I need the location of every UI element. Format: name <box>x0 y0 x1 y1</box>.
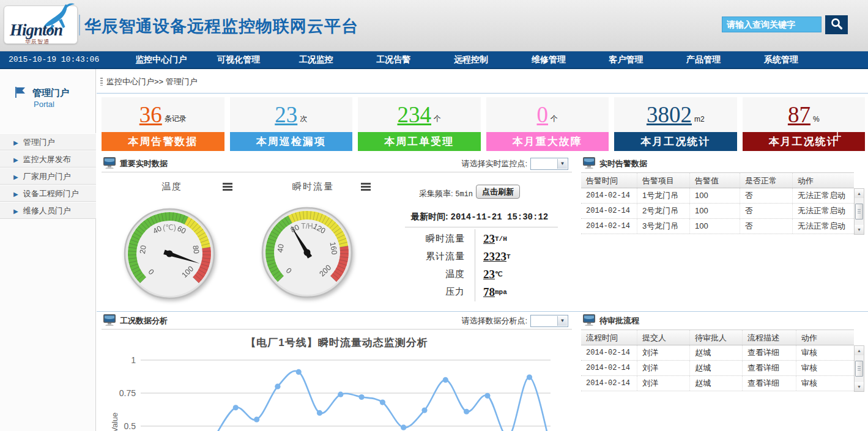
stat-value: 234 <box>398 103 432 126</box>
column-header: 提交人 <box>637 330 690 345</box>
stat-value: 87 <box>788 103 811 126</box>
stat-unit: 个 <box>551 114 558 124</box>
logo[interactable]: Hignton 华辰智通 <box>4 6 78 44</box>
reading-row: 压力78mpa <box>389 283 560 301</box>
scroll-down-icon[interactable]: ▼ <box>855 225 864 234</box>
search-input[interactable] <box>722 17 822 32</box>
alarm-table-scrollbar[interactable]: ▲ ▼ <box>854 188 864 235</box>
stat-card[interactable]: 0个本月重大故障 <box>486 97 609 151</box>
column-header: 流程描述 <box>743 330 796 345</box>
svg-text:Value: Value <box>110 413 119 431</box>
svg-text:0.75: 0.75 <box>119 388 136 398</box>
nav-item[interactable]: 监控中心门户 <box>122 51 200 68</box>
column-header: 告警项目 <box>637 173 690 188</box>
search-icon <box>829 17 844 31</box>
chevron-right-icon: ▶ <box>13 191 18 197</box>
svg-text:1: 1 <box>131 355 136 365</box>
nav-item[interactable]: 远程控制 <box>432 51 510 68</box>
stat-card[interactable]: 234个本周工单受理 <box>358 97 481 151</box>
table-row: 2014-02-142号龙门吊100否无法正常启动 <box>581 204 854 219</box>
table-cell: 无法正常启动 <box>793 219 854 234</box>
chevron-right-icon: ▶ <box>13 139 18 146</box>
main-nav: 2015-10-19 10:43:06 监控中心门户可视化管理工况监控工况告警远… <box>0 51 868 69</box>
column-header: 动作 <box>793 173 854 188</box>
temperature-gauge: 020406080100(℃) <box>124 208 215 300</box>
stat-card[interactable]: 87%本月工况统计 <box>743 97 866 151</box>
analysis-point-select[interactable]: ▼ <box>530 315 568 327</box>
svg-text:80: 80 <box>191 245 201 254</box>
table-cell: 否 <box>740 204 793 218</box>
table-cell: 赵城 <box>690 361 743 375</box>
chevron-down-icon: ▼ <box>557 316 567 326</box>
stat-card[interactable]: 3802m2本月工况统计 <box>614 97 737 151</box>
table-cell: 查看详细 <box>743 361 796 375</box>
page-header: Hignton 华辰智通 华辰智通设备远程监控物联网云平台 <box>0 0 868 51</box>
nav-item[interactable]: 可视化管理 <box>200 51 278 68</box>
flow-line-chart: 10.750.5Value <box>102 349 572 431</box>
chevron-right-icon: ▶ <box>13 208 18 215</box>
table-cell: 无法正常启动 <box>793 204 854 218</box>
column-header: 是否正常 <box>740 173 793 188</box>
stat-unit: 次 <box>300 114 307 124</box>
brand-name: Hignton <box>10 21 62 40</box>
stat-card[interactable]: 23次本周巡检漏项 <box>230 97 353 151</box>
table-cell: 刘洋 <box>637 376 690 391</box>
sidebar-item[interactable]: ▶监控大屏发布 <box>0 150 96 168</box>
realtime-point-select[interactable]: ▼ <box>530 158 568 170</box>
stat-cards-row: 36条记录本周告警数据23次本周巡检漏项234个本周工单受理0个本月重大故障38… <box>102 97 865 151</box>
portal-title: 管理门户 <box>32 87 69 99</box>
reading-row: 温度23℃ <box>389 265 560 283</box>
table-cell: 审核 <box>796 361 854 375</box>
nav-item[interactable]: 客户管理 <box>587 51 665 68</box>
nav-timestamp: 2015-10-19 10:43:06 <box>9 51 99 68</box>
nav-item[interactable]: 维修管理 <box>510 51 587 68</box>
app-root: Hignton 华辰智通 华辰智通设备远程监控物联网云平台 2015-10-19… <box>0 0 868 431</box>
scroll-up-icon[interactable]: ▲ <box>855 189 864 198</box>
panel-title: 待审批流程 <box>599 315 639 326</box>
scrollbar-thumb[interactable] <box>855 361 863 377</box>
nav-item[interactable]: 工况监控 <box>277 51 355 68</box>
nav-item[interactable]: 工况告警 <box>355 51 432 68</box>
sidebar-item[interactable]: ▶厂家用户门户 <box>0 168 96 185</box>
title-separator <box>79 15 80 35</box>
stat-card[interactable]: 36条记录本周告警数据 <box>102 97 224 151</box>
stat-value: 3802 <box>647 103 692 126</box>
gauge-title-flow: 瞬时流量 <box>292 181 334 193</box>
table-cell: 审核 <box>796 376 854 391</box>
sidebar-item[interactable]: ▶设备工程师门户 <box>0 185 96 202</box>
chevron-right-icon: ▶ <box>13 174 18 180</box>
divider <box>97 93 868 94</box>
table-cell: 3号龙门吊 <box>637 219 690 234</box>
gauge-menu-icon[interactable] <box>223 183 232 191</box>
panel-title: 工况数据分析 <box>120 315 168 326</box>
sidebar-item[interactable]: ▶管理门户 <box>0 133 96 150</box>
monitor-icon <box>582 314 596 328</box>
table-cell: 2号龙门吊 <box>637 204 690 218</box>
stat-unit: m2 <box>694 115 705 123</box>
approval-table-scrollbar[interactable]: ▲ ▼ <box>854 345 864 392</box>
stat-unit: 条记录 <box>165 114 187 124</box>
approval-table: 流程时间提交人待审批人流程描述动作2014-02-14刘洋赵城查看详细审核201… <box>581 330 854 391</box>
table-cell: 100 <box>690 219 740 234</box>
scroll-up-icon[interactable]: ▲ <box>855 346 864 355</box>
sidebar: 管理门户 Portal ▶管理门户▶监控大屏发布▶厂家用户门户▶设备工程师门户▶… <box>0 69 96 431</box>
search-button[interactable] <box>825 15 848 34</box>
stat-value: 23 <box>275 103 297 126</box>
scrollbar-thumb[interactable] <box>855 204 863 219</box>
table-cell: 赵城 <box>690 345 743 360</box>
table-cell: 否 <box>740 188 793 203</box>
scroll-down-icon[interactable]: ▼ <box>855 382 864 391</box>
stat-label: 本周巡检漏项 <box>230 132 353 151</box>
column-header: 告警时间 <box>581 173 637 188</box>
refresh-button[interactable]: 点击刷新 <box>476 185 520 199</box>
table-cell: 2014-02-14 <box>581 345 637 360</box>
table-cell: 1号龙门吊 <box>637 188 690 203</box>
column-header: 待审批人 <box>690 330 743 345</box>
table-cell: 无法正常启动 <box>793 188 854 203</box>
nav-item[interactable]: 产品管理 <box>665 51 743 68</box>
sidebar-item[interactable]: ▶维修人员门户 <box>0 202 96 219</box>
stat-value: 36 <box>139 103 162 126</box>
gauge-menu-icon[interactable] <box>361 183 371 191</box>
nav-item[interactable]: 系统管理 <box>742 51 820 68</box>
reading-row: 瞬时流量23T/H <box>389 230 560 248</box>
